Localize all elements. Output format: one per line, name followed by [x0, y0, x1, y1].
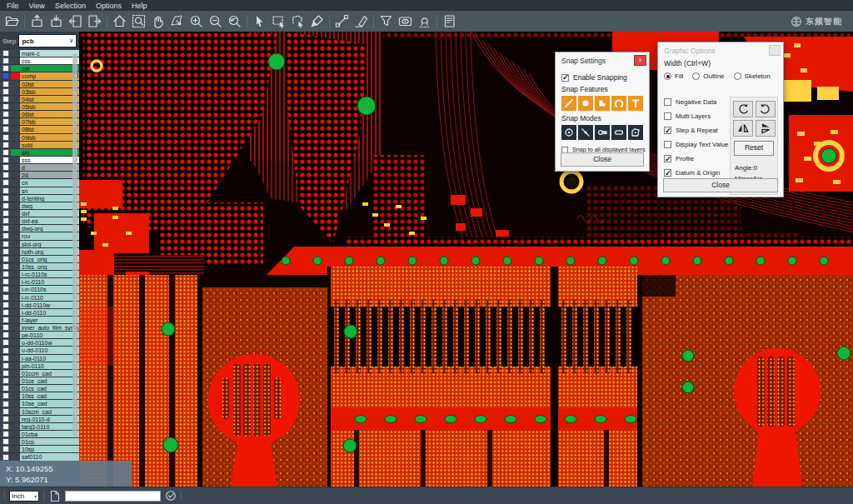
layer-visibility-checkbox[interactable] — [0, 210, 11, 217]
select-button[interactable] — [250, 12, 269, 30]
layer-visibility-checkbox[interactable] — [0, 400, 11, 407]
snap-feature-corner-button[interactable] — [595, 96, 610, 111]
width-radio[interactable] — [692, 72, 700, 80]
layer-visibility-checkbox[interactable] — [0, 248, 11, 256]
step-select[interactable]: pcb ∨ — [18, 34, 77, 47]
layer-visibility-checkbox[interactable] — [0, 309, 11, 317]
brush-button[interactable] — [307, 12, 327, 30]
layer-visibility-checkbox[interactable] — [0, 72, 11, 80]
layer-row[interactable]: 01cp — [0, 438, 79, 446]
enable-snapping-row[interactable]: Enable Snapping — [561, 73, 643, 82]
graphic-option-row[interactable]: Multi Layers — [664, 109, 734, 123]
layer-visibility-checkbox[interactable] — [0, 332, 11, 339]
layer-row[interactable]: i-rc-0110 — [0, 278, 79, 286]
layer-list-scrollbar[interactable] — [72, 53, 77, 437]
layer-visibility-checkbox[interactable] — [0, 232, 11, 240]
layer-visibility-checkbox[interactable] — [0, 286, 11, 293]
layer-visibility-checkbox[interactable] — [0, 317, 11, 324]
snap-dialog-titlebar[interactable]: Snap Settings x — [556, 52, 649, 67]
page-back-button[interactable] — [66, 12, 85, 30]
layer-visibility-checkbox[interactable] — [0, 195, 11, 202]
layer-visibility-checkbox[interactable] — [0, 408, 11, 416]
layer-row[interactable]: 08lst — [0, 126, 79, 133]
layer-visibility-checkbox[interactable] — [0, 179, 11, 187]
command-input[interactable] — [65, 491, 161, 502]
layer-row[interactable]: 2d — [0, 172, 79, 179]
layer-visibility-checkbox[interactable] — [0, 50, 11, 57]
layer-visibility-checkbox[interactable] — [0, 302, 11, 309]
highlight-button[interactable] — [396, 12, 415, 30]
layer-visibility-checkbox[interactable] — [0, 57, 11, 65]
layer-row[interactable]: dwg — [0, 202, 79, 210]
layer-visibility-checkbox[interactable] — [0, 126, 11, 133]
layer-row[interactable]: d — [0, 164, 79, 172]
layer-row[interactable]: i-rr-0110 — [0, 294, 79, 302]
layer-row[interactable]: u-dd-0110w — [0, 339, 79, 347]
layer-row[interactable]: 04lst — [0, 96, 79, 103]
layer-row[interactable]: inner_auto_film_symb — [0, 324, 79, 332]
layer-row[interactable]: sold — [0, 142, 79, 149]
rect-select-button[interactable] — [269, 12, 288, 30]
layer-visibility-checkbox[interactable] — [0, 278, 11, 286]
layer-row[interactable]: 10ss_orig — [0, 263, 79, 271]
layer-row[interactable]: 10sp — [0, 446, 79, 453]
snap-feature-arc-button[interactable] — [611, 96, 626, 111]
snap-feature-pad-button[interactable] — [578, 96, 593, 111]
layer-row[interactable]: cn — [0, 179, 79, 187]
snap-feature-text-button[interactable] — [628, 96, 643, 111]
zoom-in-button[interactable] — [187, 12, 206, 30]
layer-row[interactable]: 01cba — [0, 431, 79, 438]
menu-item[interactable]: Selection — [52, 2, 92, 10]
layer-row[interactable]: dxf-ea — [0, 217, 79, 225]
rotate-cw-button[interactable] — [733, 101, 753, 117]
layer-visibility-checkbox[interactable] — [0, 339, 11, 347]
rotate-ccw-button[interactable] — [756, 101, 776, 117]
unit-select[interactable]: Inch ▾ — [9, 491, 39, 502]
eraser-button[interactable] — [352, 12, 371, 30]
new-doc-button[interactable] — [48, 490, 61, 502]
layer-row[interactable]: 01ce_cad — [0, 377, 79, 385]
layer-row[interactable]: 05lsb — [0, 103, 79, 111]
layer-visibility-checkbox[interactable] — [0, 111, 11, 118]
open-button[interactable] — [2, 12, 22, 30]
layer-visibility-checkbox[interactable] — [0, 438, 11, 446]
layer-visibility-checkbox[interactable] — [0, 377, 11, 385]
width-radio[interactable] — [664, 72, 671, 80]
layer-visibility-checkbox[interactable] — [0, 431, 11, 438]
menu-item[interactable]: View — [26, 2, 52, 10]
layer-row[interactable]: 03lsb — [0, 88, 79, 96]
layer-visibility-checkbox[interactable] — [0, 355, 11, 362]
close-icon[interactable] — [769, 45, 781, 56]
layer-row[interactable]: 10se_cad — [0, 400, 79, 407]
layer-row[interactable]: i-rc-0110s — [0, 271, 79, 278]
snap-button[interactable] — [415, 12, 434, 30]
layer-row[interactable]: npth-org — [0, 248, 79, 256]
layer-visibility-checkbox[interactable] — [0, 134, 11, 142]
save-button[interactable] — [47, 12, 66, 30]
layer-visibility-checkbox[interactable] — [0, 423, 11, 431]
graphic-option-row[interactable]: Step & Repeat — [664, 123, 734, 137]
layer-row[interactable]: i-dd-0110w — [0, 302, 79, 309]
layer-visibility-checkbox[interactable] — [0, 385, 11, 392]
polygon-select-button[interactable] — [288, 12, 307, 30]
layer-visibility-checkbox[interactable] — [0, 187, 11, 195]
layer-visibility-checkbox[interactable] — [0, 157, 11, 164]
layer-visibility-checkbox[interactable] — [0, 172, 11, 179]
snap-mode-point-button[interactable] — [578, 125, 593, 140]
layer-visibility-checkbox[interactable] — [0, 164, 11, 172]
layer-visibility-checkbox[interactable] — [0, 88, 11, 96]
graphic-close-button[interactable]: Close — [663, 178, 778, 192]
layer-visibility-checkbox[interactable] — [0, 118, 11, 126]
layer-row[interactable]: sss — [0, 157, 79, 164]
layer-visibility-checkbox[interactable] — [0, 149, 11, 157]
layer-row[interactable]: slot-org — [0, 241, 79, 248]
layer-row[interactable]: d-tenting — [0, 195, 79, 202]
layer-row[interactable]: sn — [0, 187, 79, 195]
layer-visibility-checkbox[interactable] — [0, 347, 11, 354]
layer-visibility-checkbox[interactable] — [0, 263, 11, 271]
zoom-area-button[interactable] — [167, 12, 187, 30]
layer-row[interactable]: 07lsb — [0, 118, 79, 126]
layer-visibility-checkbox[interactable] — [0, 362, 11, 370]
layer-visibility-checkbox[interactable] — [0, 142, 11, 149]
mirror-vertical-button[interactable] — [756, 120, 776, 137]
